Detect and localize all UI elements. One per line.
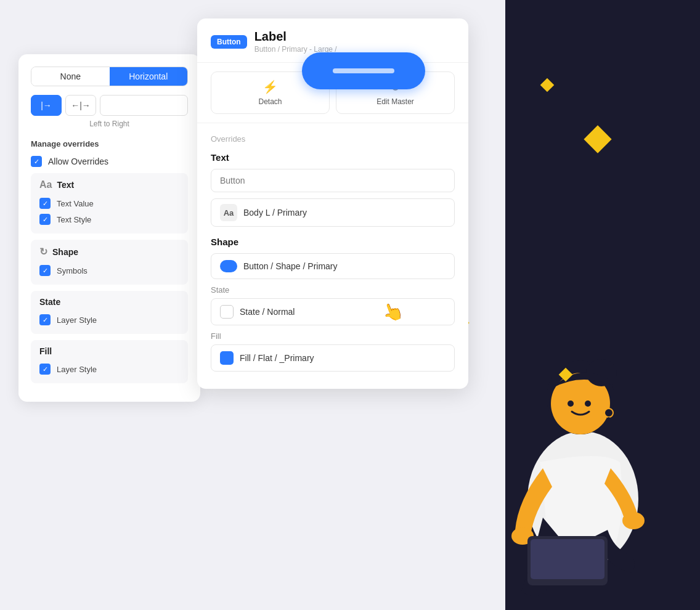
text-style-row-rp[interactable]: Aa Body L / Primary (211, 198, 455, 227)
shape-section-header: ↻ Shape (39, 246, 179, 258)
text-style-name: Body L / Primary (243, 208, 307, 218)
fill-section-header: Fill (39, 346, 179, 356)
svg-point-7 (568, 401, 574, 407)
rp-title: Label (254, 30, 337, 44)
toggle-horizontal[interactable]: Horizontal (110, 67, 188, 86)
state-option-label: State / Normal (240, 307, 295, 317)
dir-ltr-icon: |→ (41, 100, 52, 110)
dir-left-to-right[interactable]: |→ (31, 95, 62, 116)
button-badge: Button (211, 35, 247, 49)
svg-rect-12 (531, 539, 604, 579)
fill-layer-style-label: Layer Style (57, 365, 97, 374)
dir-center-icon: ←|→ (71, 100, 91, 110)
direction-label: Left to Right (31, 120, 188, 128)
rp-title-group: Label Button / Primary - Large / (254, 30, 337, 54)
edit-master-label: Edit Master (376, 97, 414, 106)
fill-option-label: Fill / Flat / _Primary (240, 353, 314, 363)
manage-overrides-title: Manage overrides (31, 139, 188, 148)
text-style-checkbox[interactable] (39, 214, 51, 225)
allow-overrides-label: Allow Overrides (48, 157, 108, 166)
state-section-label: State (39, 297, 60, 307)
text-style-label: Text Style (57, 215, 91, 224)
detach-label: Detach (258, 97, 282, 106)
shape-section-label: Shape (52, 247, 78, 257)
state-layer-style-label: Layer Style (57, 315, 97, 325)
blue-pill-line (333, 68, 394, 73)
fill-subsection: Fill Layer Style (31, 340, 188, 383)
state-layer-style-checkbox[interactable] (39, 314, 51, 325)
svg-point-6 (586, 359, 617, 386)
shape-subsection: ↻ Shape Symbols (31, 240, 188, 285)
state-option-row[interactable]: State / Normal (211, 298, 455, 325)
text-style-row: Text Style (39, 211, 179, 227)
shape-swatch (220, 260, 237, 272)
fill-section-label: Fill (39, 346, 52, 356)
text-input[interactable] (211, 169, 455, 192)
fill-option-row[interactable]: Fill / Flat / _Primary (211, 344, 455, 372)
fill-layer-style-row: Layer Style (39, 361, 179, 377)
symbols-checkbox[interactable] (39, 265, 51, 276)
text-section-label: Text (57, 180, 74, 190)
overrides-label: Overrides (211, 134, 455, 144)
shape-option-row[interactable]: Button / Shape / Primary (211, 253, 455, 279)
rp-body: Overrides Text Aa Body L / Primary Shape… (197, 123, 468, 389)
toggle-row: None Horizontal (31, 67, 188, 86)
direction-row: |→ ←|→ (31, 95, 188, 116)
allow-overrides-checkbox[interactable] (31, 156, 42, 167)
fill-swatch (220, 351, 234, 365)
text-field-title: Text (211, 152, 455, 163)
state-section-header: State (39, 297, 179, 307)
blue-pill-overlay (302, 52, 425, 89)
text-subsection: Aa Text Text Value Text Style (31, 173, 188, 234)
dir-other[interactable] (100, 95, 188, 116)
shape-field-title: Shape (211, 237, 455, 247)
left-panel: None Horizontal |→ ←|→ Left to Right Man… (18, 54, 200, 402)
text-section-header: Aa Text (39, 179, 179, 190)
symbols-label: Symbols (57, 266, 88, 275)
fill-label: Fill (211, 331, 455, 341)
text-value-label: Text Value (57, 199, 94, 208)
toggle-none[interactable]: None (31, 67, 110, 86)
state-swatch (220, 305, 234, 319)
fill-layer-style-checkbox[interactable] (39, 364, 51, 375)
svg-point-2 (622, 512, 645, 529)
text-aa-icon: Aa (39, 179, 52, 190)
symbols-row: Symbols (39, 262, 179, 279)
text-value-row: Text Value (39, 195, 179, 211)
state-layer-style-row: Layer Style (39, 312, 179, 328)
state-subsection: State Layer Style (31, 291, 188, 334)
svg-point-9 (604, 409, 613, 417)
text-value-checkbox[interactable] (39, 198, 51, 209)
dir-center[interactable]: ←|→ (65, 95, 96, 116)
detach-icon: ⚡ (262, 79, 278, 94)
state-label: State (211, 285, 455, 295)
shape-option-label: Button / Shape / Primary (243, 261, 338, 271)
shape-icon: ↻ (39, 246, 47, 258)
svg-point-8 (585, 401, 591, 407)
allow-overrides-row: Allow Overrides (31, 156, 188, 167)
style-aa-icon: Aa (220, 204, 237, 221)
